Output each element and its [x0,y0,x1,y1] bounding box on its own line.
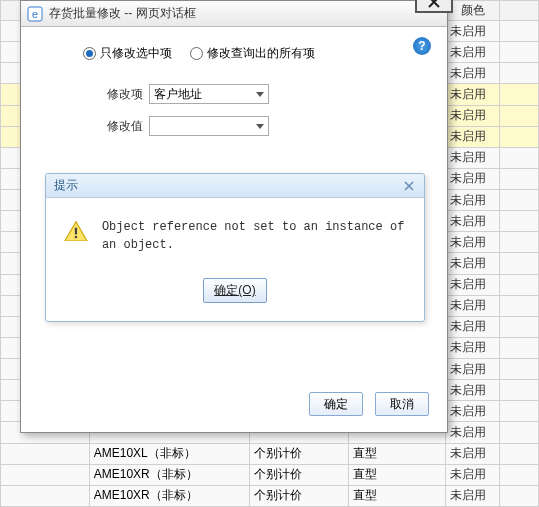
table-cell [500,253,539,274]
help-icon[interactable]: ? [413,37,431,55]
radio-label: 只修改选中项 [100,45,172,62]
table-cell: 直型 [349,443,446,464]
table-cell: AME10XR（非标） [89,485,249,506]
value-label: 修改值 [91,118,143,135]
table-cell [500,42,539,63]
msgbox-ok-button[interactable]: 确定(O) [203,278,266,303]
table-row[interactable]: AME10XL（非标）个别计价直型未启用 [1,443,539,464]
msgbox-footer: 确定(O) [46,272,424,321]
table-cell [500,295,539,316]
msgbox-title: 提示 [54,177,78,194]
field-dropdown[interactable]: 客户地址 [149,84,269,104]
table-cell [500,464,539,485]
table-cell: 直型 [349,485,446,506]
table-cell: AME10XR（非标） [89,464,249,485]
batch-modify-dialog: e 存货批量修改 -- 网页对话框 ? 只修改选中项 修改查询出的所有项 修改项… [20,0,448,433]
scope-radio-group: 只修改选中项 修改查询出的所有项 [83,45,427,62]
table-cell [500,443,539,464]
table-cell [500,274,539,295]
table-cell: AME10XL（非标） [89,443,249,464]
dropdown-value: 客户地址 [154,86,202,103]
table-cell: 未启用 [446,337,500,358]
chevron-down-icon [256,92,264,97]
svg-text:e: e [32,8,38,20]
table-cell: 未启用 [446,464,500,485]
msgbox-titlebar: 提示 [46,174,424,198]
chevron-down-icon [256,124,264,129]
table-cell: 未启用 [446,295,500,316]
table-cell: 未启用 [446,443,500,464]
table-cell [500,211,539,232]
radio-label: 修改查询出的所有项 [207,45,315,62]
radio-selected-only[interactable]: 只修改选中项 [83,45,172,62]
value-row: 修改值 [91,116,427,136]
table-cell [1,443,90,464]
table-cell [500,485,539,506]
table-cell [500,337,539,358]
table-cell [500,359,539,380]
dialog-actions: 确定 取消 [309,392,429,416]
table-cell: 个别计价 [249,464,349,485]
table-cell: 未启用 [446,422,500,443]
table-cell: 未启用 [446,316,500,337]
table-cell: 未启用 [446,126,500,147]
table-cell [500,63,539,84]
table-cell: 未启用 [446,147,500,168]
column-header[interactable]: 颜色 [446,1,500,21]
table-cell [500,380,539,401]
column-header[interactable] [500,1,539,21]
table-cell [500,105,539,126]
error-message-dialog: 提示 Object reference not set to an instan… [45,173,425,322]
table-cell: 未启用 [446,401,500,422]
cancel-button[interactable]: 取消 [375,392,429,416]
msgbox-body: Object reference not set to an instance … [46,198,424,272]
table-cell [1,485,90,506]
close-icon [428,0,440,8]
msgbox-close-button[interactable] [402,179,416,193]
table-cell [500,422,539,443]
app-icon: e [27,6,43,22]
table-row[interactable]: AME10XR（非标）个别计价直型未启用 [1,485,539,506]
table-cell [500,190,539,211]
table-cell [500,316,539,337]
warning-icon [64,218,88,244]
table-cell: 未启用 [446,105,500,126]
table-cell: 未启用 [446,253,500,274]
table-cell: 未启用 [446,84,500,105]
dialog-title: 存货批量修改 -- 网页对话框 [49,5,196,22]
table-cell: 未启用 [446,485,500,506]
field-row: 修改项 客户地址 [91,84,427,104]
dialog-titlebar: e 存货批量修改 -- 网页对话框 [21,1,447,27]
table-cell [500,147,539,168]
dialog-body: ? 只修改选中项 修改查询出的所有项 修改项 客户地址 修改值 [21,27,447,432]
table-cell: 直型 [349,464,446,485]
close-icon [404,181,414,191]
table-cell: 未启用 [446,190,500,211]
dialog-close-button[interactable] [415,0,453,13]
table-cell: 未启用 [446,168,500,189]
value-dropdown[interactable] [149,116,269,136]
table-cell [500,84,539,105]
radio-icon [83,47,96,60]
msgbox-text: Object reference not set to an instance … [102,218,406,254]
table-row[interactable]: AME10XR（非标）个别计价直型未启用 [1,464,539,485]
radio-all-query[interactable]: 修改查询出的所有项 [190,45,315,62]
table-cell [500,168,539,189]
svg-rect-4 [75,235,77,237]
table-cell: 未启用 [446,211,500,232]
radio-icon [190,47,203,60]
table-cell [500,401,539,422]
table-cell: 未启用 [446,63,500,84]
ok-button[interactable]: 确定 [309,392,363,416]
table-cell: 未启用 [446,42,500,63]
table-cell: 未启用 [446,21,500,42]
field-label: 修改项 [91,86,143,103]
table-cell [500,126,539,147]
table-cell [1,464,90,485]
table-cell: 未启用 [446,359,500,380]
table-cell [500,21,539,42]
table-cell: 未启用 [446,232,500,253]
table-cell: 未启用 [446,274,500,295]
svg-rect-3 [75,227,77,234]
table-cell: 个别计价 [249,443,349,464]
